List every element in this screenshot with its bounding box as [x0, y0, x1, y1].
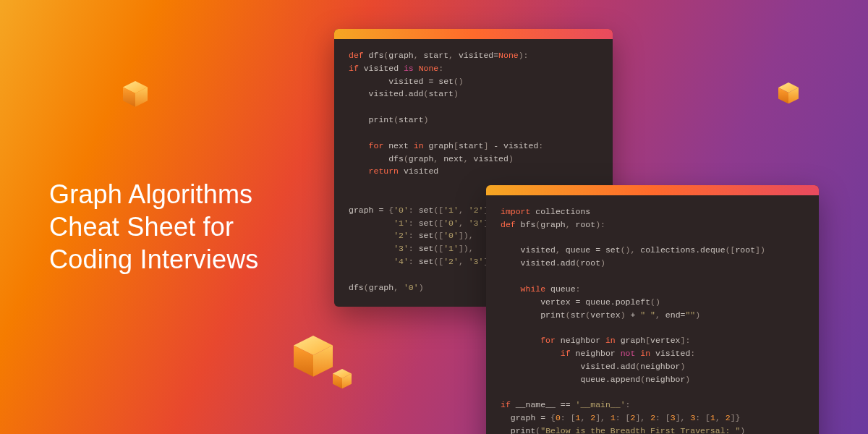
title-line-3: Coding Interviews [49, 243, 259, 276]
cube-icon [294, 336, 333, 377]
code-window-bfs: import collections def bfs(graph, root):… [486, 185, 819, 434]
cube-icon [123, 81, 148, 107]
title-line-1: Graph Algorithms [49, 178, 259, 210]
cube-icon [333, 369, 352, 388]
cube-icon [778, 82, 799, 103]
page-title: Graph Algorithms Cheat Sheet for Coding … [49, 178, 259, 276]
window-titlebar [486, 185, 819, 195]
title-line-2: Cheat Sheet for [49, 210, 259, 243]
window-titlebar [334, 29, 613, 39]
code-block-bfs: import collections def bfs(graph, root):… [486, 195, 819, 434]
